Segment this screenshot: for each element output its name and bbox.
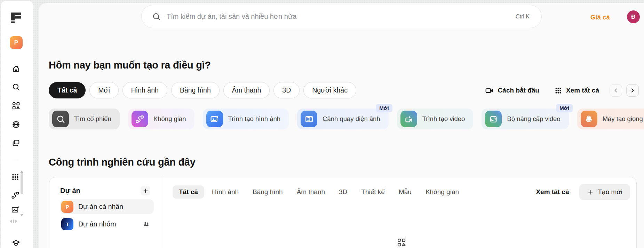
user-avatar[interactable]: Đ	[627, 10, 640, 23]
scroll-up-icon[interactable]	[20, 170, 24, 173]
tool-card-video-generator[interactable]: Trình tạo video	[397, 109, 474, 129]
project-label: Dự án nhóm	[78, 220, 138, 228]
carousel-next-button[interactable]	[626, 84, 639, 97]
filter-pill-3d[interactable]: 3D	[273, 82, 300, 98]
workspace-avatar[interactable]: P	[10, 36, 23, 49]
global-search[interactable]: Ctrl K	[141, 5, 542, 28]
recent-works-content: Tất cả Hình ảnh Băng hình Âm thanh 3D Th…	[164, 177, 636, 248]
pricing-link[interactable]: Giá cả	[590, 14, 610, 21]
hero-title: Hôm nay bạn muốn tạo ra điều gì?	[49, 59, 211, 71]
plus-icon	[587, 189, 594, 195]
tool-card-label: Trình tạo video	[422, 115, 465, 123]
tab-video[interactable]: Băng hình	[246, 185, 289, 199]
project-avatar: T	[61, 218, 73, 230]
recent-view-all-link[interactable]: Xem tất cả	[536, 188, 569, 196]
panel-resize-handle-icon[interactable]	[9, 219, 18, 224]
plus-icon	[143, 188, 149, 194]
tab-design[interactable]: Thiết kế	[355, 185, 391, 199]
globe-icon[interactable]	[12, 120, 20, 129]
tool-card-label: Máy tạo giọng nói	[603, 115, 644, 123]
projects-panel: Dự án P Dự án cá nhân T Dự án nhóm	[49, 177, 164, 248]
shapes-icon[interactable]	[12, 102, 20, 110]
film-strip-icon	[301, 111, 317, 127]
tool-card-video-upscaler[interactable]: Mới Bộ nâng cấp video	[482, 109, 569, 129]
image-sparkle-icon	[206, 111, 223, 127]
tool-card-spaces[interactable]: Không gian	[128, 109, 194, 129]
stock-search-icon	[52, 111, 69, 127]
spline-icon	[132, 111, 148, 127]
tab-images[interactable]: Hình ảnh	[206, 185, 245, 199]
filter-pill-video[interactable]: Băng hình	[171, 82, 220, 98]
search-input[interactable]	[167, 13, 516, 21]
tool-card-label: Cảnh quay điện ảnh	[323, 115, 380, 123]
main-panel: Ctrl K Giá cả Đ Hôm nay bạn muốn tạo ra …	[38, 3, 644, 248]
graduation-cap-icon[interactable]	[12, 239, 20, 247]
image-generator-icon[interactable]	[11, 206, 19, 214]
how-to-start-link[interactable]: Cách bắt đầu	[485, 86, 539, 95]
dots-grid-icon	[555, 87, 562, 94]
search-shortcut: Ctrl K	[516, 14, 530, 20]
recent-works-card: Dự án P Dự án cá nhân T Dự án nhóm Tất c…	[49, 177, 637, 248]
add-project-button[interactable]	[141, 186, 150, 195]
project-label: Dự án cá nhân	[78, 203, 150, 211]
tab-all[interactable]: Tất cả	[173, 185, 204, 199]
filter-pill-all[interactable]: Tất cả	[49, 82, 86, 98]
filter-pill-others[interactable]: Người khác	[303, 82, 356, 98]
spline-icon[interactable]	[11, 191, 19, 199]
tool-card-label: Bộ nâng cấp video	[507, 115, 560, 123]
members-icon	[143, 221, 150, 227]
carousel-prev-button[interactable]	[610, 84, 622, 97]
new-badge: Mới	[376, 104, 392, 112]
hero-filter-pills: Tất cả Mới Hình ảnh Băng hình Âm thanh 3…	[49, 82, 356, 98]
tab-spaces[interactable]: Không gian	[419, 185, 465, 199]
home-icon[interactable]	[12, 64, 20, 73]
sidebar-divider	[12, 160, 19, 160]
empty-state-shapes-icon	[397, 238, 406, 247]
upscale-icon	[485, 111, 502, 127]
tool-card-label: Tìm cổ phiếu	[74, 115, 111, 123]
search-icon[interactable]	[12, 83, 20, 91]
video-camera-icon	[485, 86, 494, 95]
chevron-right-icon	[629, 87, 636, 94]
tool-card-label: Không gian	[153, 115, 186, 123]
tool-card-image-generator[interactable]: Trình tạo hình ảnh	[203, 109, 289, 129]
projects-icon[interactable]	[12, 139, 20, 147]
hero-links: Cách bắt đầu Xem tất cả	[485, 84, 639, 97]
scroll-down-icon[interactable]	[20, 214, 24, 217]
filter-pill-new[interactable]: Mới	[89, 82, 118, 98]
new-badge: Mới	[556, 104, 572, 112]
how-to-start-label: Cách bắt đầu	[498, 87, 539, 94]
tab-audio[interactable]: Âm thanh	[291, 185, 331, 199]
tab-3d[interactable]: 3D	[333, 185, 353, 199]
recent-works-title: Công trình nghiên cứu gần đây	[49, 157, 196, 168]
tool-cards-row: Tìm cổ phiếu Không gian Trình tạo hình ả…	[49, 104, 644, 129]
tool-card-voice-generator[interactable]: Máy tạo giọng nói	[577, 109, 644, 129]
tool-card-stock-search[interactable]: Tìm cổ phiếu	[49, 109, 120, 129]
dots-grid-icon[interactable]	[11, 173, 19, 181]
view-all-link[interactable]: Xem tất cả	[555, 87, 599, 94]
create-new-label: Tạo mới	[598, 188, 622, 196]
project-avatar: P	[61, 201, 73, 213]
project-item-personal[interactable]: P Dự án cá nhân	[60, 199, 154, 214]
microphone-icon	[581, 111, 597, 127]
tool-card-cinematic-footage[interactable]: Mới Cảnh quay điện ảnh	[297, 109, 389, 129]
freepik-logo-icon[interactable]	[11, 13, 21, 23]
search-icon	[152, 12, 161, 21]
project-item-team[interactable]: T Dự án nhóm	[60, 217, 154, 231]
filter-pill-audio[interactable]: Âm thanh	[223, 82, 270, 98]
video-camera-sparkle-icon	[400, 111, 417, 127]
sidebar-scrollbar[interactable]	[21, 173, 23, 194]
filter-pill-images[interactable]: Hình ảnh	[122, 82, 167, 98]
tool-card-label: Trình tạo hình ảnh	[228, 115, 281, 123]
sidebar: P	[1, 1, 33, 248]
projects-header: Dự án	[60, 187, 80, 195]
tab-templates[interactable]: Mẫu	[392, 185, 418, 199]
create-new-button[interactable]: Tạo mới	[579, 184, 630, 200]
chevron-left-icon	[612, 87, 619, 94]
view-all-label: Xem tất cả	[566, 87, 599, 94]
